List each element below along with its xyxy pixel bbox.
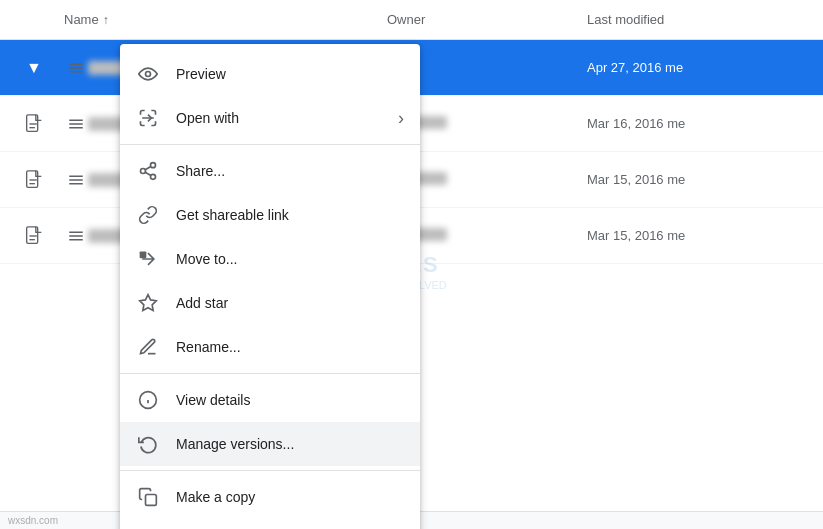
row-action-icon[interactable]: [64, 171, 88, 189]
move-icon: [136, 247, 160, 271]
file-icon-cell: [16, 106, 64, 142]
header-name-label: Name: [64, 12, 99, 27]
header-owner[interactable]: Owner: [387, 12, 587, 27]
info-icon: [136, 388, 160, 412]
menu-item-label: Open with: [176, 110, 382, 126]
menu-item-label: Share...: [176, 163, 404, 179]
header-name[interactable]: Name ↑: [64, 12, 387, 27]
menu-item-label: Preview: [176, 66, 404, 82]
row-action-icon[interactable]: [64, 59, 88, 77]
menu-item-move-to[interactable]: Move to...: [120, 237, 420, 281]
file-icon: [16, 106, 52, 142]
svg-marker-16: [140, 295, 157, 311]
submenu-arrow-icon: ›: [398, 108, 404, 129]
menu-item-get-link[interactable]: Get shareable link: [120, 193, 420, 237]
menu-item-manage-versions[interactable]: Manage versions...: [120, 422, 420, 466]
copy-icon: [136, 485, 160, 509]
footer-url: wxsdn.com: [8, 515, 58, 526]
svg-line-13: [145, 172, 151, 175]
menu-item-label: View details: [176, 392, 404, 408]
file-icon-cell: [16, 218, 64, 254]
sort-icon: ↑: [103, 13, 109, 27]
menu-item-add-star[interactable]: Add star: [120, 281, 420, 325]
menu-divider: [120, 470, 420, 471]
menu-item-view-details[interactable]: View details: [120, 378, 420, 422]
svg-rect-15: [140, 252, 147, 259]
file-modified: Apr 27, 2016 me: [587, 60, 807, 75]
menu-item-label: Move to...: [176, 251, 404, 267]
svg-point-11: [141, 169, 146, 174]
row-action-icon[interactable]: [64, 227, 88, 245]
menu-item-label: Rename...: [176, 339, 404, 355]
row-action-icon[interactable]: [64, 115, 88, 133]
menu-item-rename[interactable]: Rename...: [120, 325, 420, 369]
eye-icon: [136, 62, 160, 86]
svg-point-12: [151, 174, 156, 179]
menu-item-label: Manage versions...: [176, 436, 404, 452]
table-header: Name ↑ Owner Last modified: [0, 0, 823, 40]
menu-item-open-with[interactable]: Open with›: [120, 96, 420, 140]
menu-divider: [120, 144, 420, 145]
svg-line-14: [145, 166, 151, 169]
star-icon: [136, 291, 160, 315]
file-modified: Mar 16, 2016 me: [587, 116, 807, 131]
file-icon-cell: [16, 162, 64, 198]
share-icon: [136, 159, 160, 183]
svg-rect-20: [146, 495, 157, 506]
menu-item-share[interactable]: Share...: [120, 149, 420, 193]
file-icon: [16, 218, 52, 254]
menu-item-label: Get shareable link: [176, 207, 404, 223]
svg-point-10: [151, 163, 156, 168]
open-with-icon: [136, 106, 160, 130]
rename-icon: [136, 335, 160, 359]
file-modified: Mar 15, 2016 me: [587, 228, 807, 243]
menu-item-label: Add star: [176, 295, 404, 311]
link-icon: [136, 203, 160, 227]
file-icon: [16, 162, 52, 198]
menu-item-download[interactable]: Download: [120, 519, 420, 529]
menu-divider: [120, 373, 420, 374]
context-menu: PreviewOpen with›Share...Get shareable l…: [120, 44, 420, 529]
menu-item-label: Make a copy: [176, 489, 404, 505]
file-icon-cell: ▼: [16, 50, 64, 86]
menu-item-preview[interactable]: Preview: [120, 52, 420, 96]
manage-versions-icon: [136, 432, 160, 456]
header-modified[interactable]: Last modified: [587, 12, 807, 27]
file-modified: Mar 15, 2016 me: [587, 172, 807, 187]
file-icon: ▼: [16, 50, 52, 86]
svg-point-9: [146, 72, 151, 77]
menu-item-make-copy[interactable]: Make a copy: [120, 475, 420, 519]
